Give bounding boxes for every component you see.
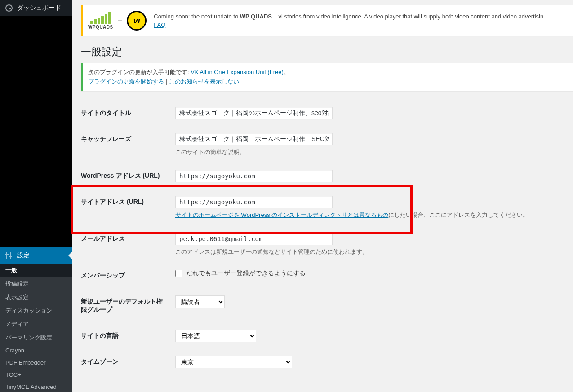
sidebar-gap [0, 16, 72, 247]
sidebar-sub-media[interactable]: メディア [0, 317, 72, 331]
page-title: 一般設定 [81, 45, 573, 59]
site-url-desc-suffix: にしたい場合、ここにアドレスを入力してください。 [388, 211, 529, 218]
wpquads-notice: WPQUADS + vi Coming soon: the next updat… [81, 5, 573, 36]
settings-form-table: サイトのタイトル キャッチフレーズ このサイトの簡単な説明。 WordPress… [81, 100, 573, 375]
sidebar-item-label: ダッシュボード [17, 4, 61, 12]
sidebar-sub-tinymce[interactable]: TinyMCE Advanced [0, 381, 72, 392]
notice-text-suffix: – vi stories from video intelligence. A … [272, 13, 543, 20]
dashboard-icon [4, 4, 13, 13]
membership-checkbox[interactable] [175, 270, 182, 277]
language-label: サイトの言語 [81, 323, 171, 349]
dismiss-notice-link[interactable]: このお知らせを表示しない [169, 78, 239, 85]
notice-faq-link[interactable]: FAQ [154, 22, 165, 28]
plugin-update-notice: 次のプラグインの更新が入手可能です: VK All in One Expansi… [81, 63, 573, 91]
site-url-label: サイトアドレス (URL) [81, 189, 171, 226]
sidebar-sub-reading[interactable]: 表示設定 [0, 291, 72, 304]
wpquads-logo-text: WPQUADS [88, 25, 113, 30]
site-url-desc-link[interactable]: サイトのホームページを WordPress のインストールディレクトリとは異なる… [175, 211, 388, 218]
plugin-update-link[interactable]: VK All in One Expansion Unit (Free) [191, 69, 284, 75]
language-select[interactable]: 日本語 [175, 330, 256, 342]
membership-checkbox-label[interactable]: だれでもユーザー登録ができるようにする [175, 269, 306, 277]
notice-logos: WPQUADS + vi [88, 11, 147, 31]
notice-text-bold: WP QUADS [240, 13, 272, 20]
sidebar-item-dashboard[interactable]: ダッシュボード [0, 0, 72, 16]
sidebar-sub-writing[interactable]: 投稿設定 [0, 277, 72, 291]
sidebar-item-label: 設定 [17, 251, 30, 260]
main-content: WPQUADS + vi Coming soon: the next updat… [72, 0, 573, 392]
site-title-label: サイトのタイトル [81, 100, 171, 126]
email-label: メールアドレス [81, 226, 171, 263]
membership-label: メンバーシップ [81, 263, 171, 289]
sidebar-sub-permalink[interactable]: パーマリンク設定 [0, 331, 72, 344]
site-url-desc: サイトのホームページを WordPress のインストールディレクトリとは異なる… [175, 211, 569, 219]
email-input[interactable] [175, 233, 333, 245]
membership-checkbox-text: だれでもユーザー登録ができるようにする [186, 269, 306, 277]
wp-url-input[interactable] [175, 170, 333, 182]
site-title-input[interactable] [175, 107, 333, 119]
timezone-select[interactable]: 東京 [175, 356, 292, 368]
plus-icon: + [118, 16, 123, 26]
admin-sidebar: ダッシュボード 設定 一般 投稿設定 表示設定 ディスカッション メディア パー… [0, 0, 72, 392]
sidebar-sub-pdf[interactable]: PDF Embedder [0, 357, 72, 369]
sidebar-sub-general[interactable]: 一般 [0, 264, 72, 277]
email-desc: このアドレスは新規ユーザーの通知などサイト管理のために使われます。 [175, 248, 569, 256]
update-sep: | [164, 78, 169, 85]
wp-url-label: WordPress アドレス (URL) [81, 163, 171, 189]
default-role-label: 新規ユーザーのデフォルト権限グループ [81, 289, 171, 323]
site-url-input[interactable] [175, 196, 333, 208]
sidebar-sub-toc[interactable]: TOC+ [0, 369, 72, 381]
sliders-icon [4, 251, 13, 260]
tagline-input[interactable] [175, 133, 333, 145]
bars-icon [90, 12, 111, 24]
default-role-select[interactable]: 購読者 [175, 295, 225, 308]
tagline-label: キャッチフレーズ [81, 126, 171, 163]
notice-text-prefix: Coming soon: the next update to [154, 13, 240, 20]
sidebar-item-settings[interactable]: 設定 [0, 247, 72, 264]
update-prefix: 次のプラグインの更新が入手可能です: [88, 69, 191, 75]
timezone-label: タイムゾーン [81, 349, 171, 375]
vi-logo-icon: vi [127, 11, 147, 31]
wpquads-logo: WPQUADS [88, 12, 113, 30]
start-update-link[interactable]: プラグインの更新を開始する [88, 78, 164, 85]
sidebar-sub-discussion[interactable]: ディスカッション [0, 304, 72, 317]
sidebar-sub-crayon[interactable]: Crayon [0, 344, 72, 357]
update-dot: 。 [284, 69, 289, 75]
tagline-desc: このサイトの簡単な説明。 [175, 148, 569, 156]
notice-text: Coming soon: the next update to WP QUADS… [154, 12, 543, 30]
